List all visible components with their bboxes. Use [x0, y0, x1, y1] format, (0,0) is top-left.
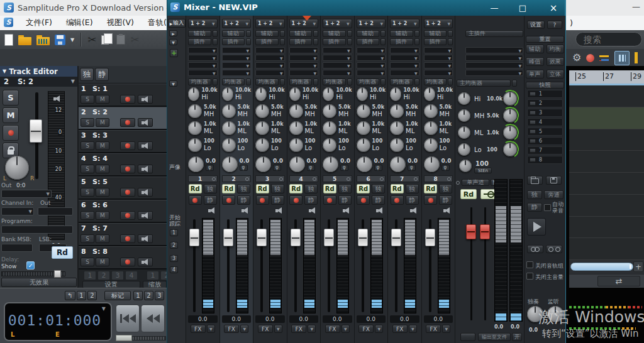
track-solo-button[interactable]: S: [80, 258, 94, 266]
track-record-button[interactable]: [120, 165, 135, 173]
speaker-icon[interactable]: [443, 207, 452, 214]
fx-dropdown-button[interactable]: ▼: [375, 325, 383, 333]
volume-fader-handle[interactable]: [30, 119, 42, 143]
pan-knob[interactable]: [289, 156, 305, 172]
master-state-icon[interactable]: [456, 181, 460, 185]
eq-lo-knob[interactable]: [323, 138, 336, 152]
save-dropdown[interactable]: ▼: [70, 37, 74, 43]
range-button[interactable]: 1: [77, 291, 86, 300]
unlink-faders-button[interactable]: [546, 245, 562, 253]
fx-button[interactable]: FX: [392, 325, 408, 333]
aux-button[interactable]: 辅助: [188, 30, 211, 37]
plugin-slot[interactable]: ▼: [424, 62, 453, 68]
snapshot-button[interactable]: [530, 158, 536, 162]
plugins-button[interactable]: 插件: [222, 38, 245, 45]
fx-dropdown-button[interactable]: ▼: [308, 325, 316, 333]
channel-fader-handle[interactable]: [257, 229, 267, 246]
channel-state-icon[interactable]: [414, 177, 418, 181]
pan-knob[interactable]: [357, 156, 372, 172]
close-master-volume-checkbox[interactable]: [526, 273, 533, 280]
chevron-down-icon[interactable]: ▼: [71, 79, 75, 84]
rd-automation-button[interactable]: Rd: [256, 184, 269, 193]
menu-item[interactable]: 编辑(E): [59, 18, 100, 28]
plugin-slot[interactable]: ▼: [323, 62, 352, 68]
phase-button[interactable]: φ: [408, 165, 416, 171]
program-field[interactable]: [1, 226, 73, 234]
plugin-slot[interactable]: ▼: [323, 55, 352, 61]
plugins-button[interactable]: 插件: [323, 38, 346, 45]
marker-button[interactable]: 标记: [104, 291, 131, 300]
aux-mini-button[interactable]: [448, 30, 453, 37]
snapshot-slot[interactable]: 6: [527, 137, 563, 145]
snapshot-button[interactable]: [530, 101, 536, 106]
minimize-button[interactable]: —: [632, 2, 640, 11]
close-button[interactable]: ×: [545, 2, 562, 14]
fader-group-button[interactable]: 2: [170, 242, 178, 249]
plugin-slot[interactable]: ▼: [188, 47, 218, 53]
track-row[interactable]: 2 S: 2 S M: [79, 107, 167, 130]
object-editor-button[interactable]: [614, 51, 630, 65]
maximize-button[interactable]: □: [514, 2, 531, 14]
channel-number-bar[interactable]: 3: [255, 175, 285, 182]
eq-mini-button[interactable]: [246, 79, 251, 85]
plugin-slot[interactable]: ▼: [289, 62, 319, 68]
input-device-select[interactable]: ▼: [1, 190, 52, 198]
copy-button[interactable]: [101, 35, 111, 45]
plugin-slot[interactable]: ▼: [424, 55, 453, 61]
chevron-down-icon[interactable]: ▼: [102, 306, 106, 312]
mixer-titlebar[interactable]: S Mixer - NEW.VIP — □ ×: [167, 0, 565, 16]
phase-button[interactable]: φ: [374, 165, 382, 171]
solo-button[interactable]: 独: [204, 184, 217, 193]
eq-mh-knob[interactable]: [222, 104, 236, 118]
track-mute-button[interactable]: M: [96, 188, 109, 197]
channel-number-bar[interactable]: 8: [424, 175, 453, 182]
master-eq-gain-knob[interactable]: [503, 109, 517, 122]
fx-button[interactable]: FX: [291, 325, 306, 333]
channel-number-bar[interactable]: 2: [222, 175, 252, 182]
rewind-button[interactable]: [141, 305, 165, 332]
aux-mini-button[interactable]: [414, 30, 419, 37]
track-record-button[interactable]: [120, 234, 135, 243]
eq-hi-knob[interactable]: [289, 87, 301, 101]
plugin-slot[interactable]: ▼: [188, 70, 218, 76]
eq-ml-knob[interactable]: [289, 121, 303, 135]
eq-hi-knob[interactable]: [323, 87, 334, 101]
speaker-icon[interactable]: [275, 207, 284, 214]
output-to-file-button[interactable]: 输出至文件: [478, 333, 511, 341]
pan-knob[interactable]: [323, 156, 338, 172]
channel-fader-track[interactable]: [260, 219, 263, 312]
master-eq-knob[interactable]: [458, 126, 470, 139]
channel-input-select[interactable]: 1 + 2 ▼: [255, 19, 285, 28]
snapshot-button[interactable]: [530, 148, 536, 153]
channel-input-select[interactable]: 1 + 2 ▼: [188, 19, 218, 28]
track-monitor-button[interactable]: [138, 234, 153, 243]
eq-button[interactable]: 均衡器: [323, 79, 346, 85]
rd-automation-button[interactable]: Rd: [222, 184, 235, 193]
fx-button[interactable]: FX: [358, 325, 374, 333]
eq-mini-button[interactable]: [380, 79, 386, 85]
master-fader-handle-left[interactable]: [466, 224, 476, 239]
track-record-button[interactable]: [120, 188, 135, 197]
aux-button[interactable]: 辅助: [222, 30, 245, 37]
track-editor-header[interactable]: ▼ Track Editor: [0, 66, 79, 77]
plugin-slot[interactable]: ▼: [424, 70, 453, 76]
track-solo-button[interactable]: S: [80, 118, 94, 127]
eq-button[interactable]: 均衡器: [255, 79, 279, 85]
scrollbar-thumb[interactable]: [570, 263, 633, 271]
snapshot-slot[interactable]: 3: [527, 109, 563, 117]
aux-mini-button[interactable]: [347, 30, 352, 37]
fader-group-button[interactable]: 1: [170, 229, 178, 236]
aux-mini-button[interactable]: [280, 30, 285, 37]
fader-group-button[interactable]: 4: [170, 266, 178, 273]
phase-button[interactable]: φ: [240, 165, 248, 171]
swap-button[interactable]: ⇄: [597, 276, 640, 286]
range-button[interactable]: 2: [87, 291, 97, 300]
eq-collapse-button[interactable]: ▼: [169, 80, 177, 87]
plugin-slot[interactable]: ▼: [255, 70, 285, 76]
channel-input-select[interactable]: 1 + 2 ▼: [222, 19, 252, 28]
minimize-button[interactable]: —: [486, 2, 503, 14]
channel-fader-track[interactable]: [227, 219, 230, 312]
channel-number-bar[interactable]: 1: [188, 175, 218, 182]
track-row[interactable]: 1 S: 1 S M: [79, 84, 167, 107]
track-mute-button[interactable]: M: [96, 141, 109, 150]
